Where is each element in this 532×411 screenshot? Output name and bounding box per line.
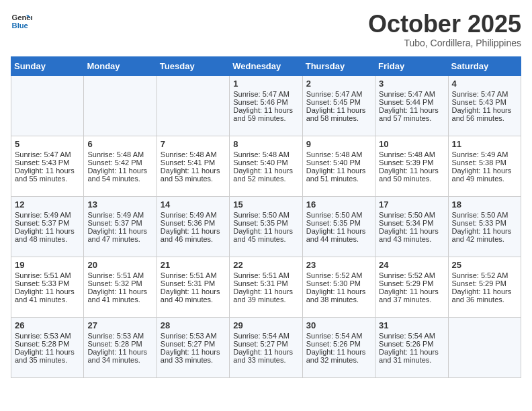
calendar-cell: 19Sunrise: 5:51 AMSunset: 5:33 PMDayligh… xyxy=(11,257,84,317)
weekday-header-sunday: Sunday xyxy=(11,56,84,75)
day-number: 8 xyxy=(233,139,298,149)
cell-info: Daylight: 11 hours and 41 minutes. xyxy=(87,287,152,304)
cell-info: Sunset: 5:33 PM xyxy=(15,279,80,287)
cell-info: Daylight: 11 hours and 34 minutes. xyxy=(87,348,152,364)
cell-info: Sunrise: 5:50 AM xyxy=(306,211,371,219)
cell-info: Daylight: 11 hours and 37 minutes. xyxy=(379,287,444,304)
month-title: October 2025 xyxy=(368,11,521,38)
calendar-cell: 9Sunrise: 5:48 AMSunset: 5:40 PMDaylight… xyxy=(302,136,375,196)
cell-info: Sunrise: 5:47 AM xyxy=(306,90,371,98)
week-row-3: 12Sunrise: 5:49 AMSunset: 5:37 PMDayligh… xyxy=(11,196,521,257)
day-number: 23 xyxy=(306,260,371,270)
cell-info: Sunrise: 5:53 AM xyxy=(161,332,226,340)
day-number: 11 xyxy=(452,139,517,149)
cell-info: Sunset: 5:33 PM xyxy=(452,219,517,227)
cell-info: Sunrise: 5:47 AM xyxy=(15,150,80,158)
calendar-cell: 20Sunrise: 5:51 AMSunset: 5:32 PMDayligh… xyxy=(84,257,157,317)
cell-info: Daylight: 11 hours and 47 minutes. xyxy=(87,227,152,243)
cell-info: Sunrise: 5:54 AM xyxy=(306,332,371,340)
cell-info: Sunrise: 5:48 AM xyxy=(161,150,226,158)
cell-info: Sunrise: 5:50 AM xyxy=(452,211,517,219)
cell-info: Daylight: 11 hours and 48 minutes. xyxy=(15,227,80,243)
cell-info: Sunrise: 5:52 AM xyxy=(306,271,371,279)
day-number: 19 xyxy=(15,260,80,270)
calendar-cell: 7Sunrise: 5:48 AMSunset: 5:41 PMDaylight… xyxy=(157,136,229,196)
cell-info: Sunset: 5:39 PM xyxy=(379,158,444,167)
cell-info: Sunset: 5:45 PM xyxy=(306,98,371,106)
svg-text:Blue: Blue xyxy=(12,21,28,30)
cell-info: Sunrise: 5:51 AM xyxy=(161,271,226,279)
week-row-2: 5Sunrise: 5:47 AMSunset: 5:43 PMDaylight… xyxy=(11,136,521,196)
calendar-cell: 10Sunrise: 5:48 AMSunset: 5:39 PMDayligh… xyxy=(375,136,448,196)
day-number: 9 xyxy=(306,139,371,149)
cell-info: Sunrise: 5:47 AM xyxy=(233,90,298,98)
cell-info: Sunset: 5:34 PM xyxy=(379,219,444,227)
cell-info: Sunset: 5:40 PM xyxy=(306,158,371,167)
cell-info: Daylight: 11 hours and 38 minutes. xyxy=(306,287,371,304)
day-number: 10 xyxy=(379,139,444,149)
cell-info: Sunset: 5:41 PM xyxy=(161,158,226,167)
cell-info: Sunset: 5:27 PM xyxy=(161,340,226,348)
day-number: 16 xyxy=(306,199,371,210)
day-number: 4 xyxy=(452,79,517,89)
calendar-cell: 28Sunrise: 5:53 AMSunset: 5:27 PMDayligh… xyxy=(157,317,229,377)
calendar-cell: 2Sunrise: 5:47 AMSunset: 5:45 PMDaylight… xyxy=(302,75,375,136)
calendar-cell: 4Sunrise: 5:47 AMSunset: 5:43 PMDaylight… xyxy=(448,75,521,136)
day-number: 14 xyxy=(161,199,226,210)
cell-info: Daylight: 11 hours and 41 minutes. xyxy=(15,287,80,304)
cell-info: Sunset: 5:32 PM xyxy=(87,279,152,287)
calendar-cell xyxy=(448,317,521,377)
cell-info: Sunrise: 5:51 AM xyxy=(233,271,298,279)
day-number: 21 xyxy=(161,260,226,270)
cell-info: Daylight: 11 hours and 42 minutes. xyxy=(452,227,517,243)
cell-info: Sunrise: 5:52 AM xyxy=(452,271,517,279)
cell-info: Sunrise: 5:52 AM xyxy=(379,271,444,279)
day-number: 15 xyxy=(233,199,298,210)
cell-info: Sunset: 5:29 PM xyxy=(379,279,444,287)
cell-info: Sunset: 5:31 PM xyxy=(161,279,226,287)
calendar-cell: 12Sunrise: 5:49 AMSunset: 5:37 PMDayligh… xyxy=(11,196,84,257)
cell-info: Sunset: 5:44 PM xyxy=(379,98,444,106)
cell-info: Sunset: 5:37 PM xyxy=(87,219,152,227)
cell-info: Daylight: 11 hours and 58 minutes. xyxy=(306,106,371,122)
location: Tubo, Cordillera, Philippines xyxy=(368,38,521,48)
calendar-cell: 16Sunrise: 5:50 AMSunset: 5:35 PMDayligh… xyxy=(302,196,375,257)
calendar-cell: 8Sunrise: 5:48 AMSunset: 5:40 PMDaylight… xyxy=(230,136,302,196)
calendar-cell: 14Sunrise: 5:49 AMSunset: 5:36 PMDayligh… xyxy=(157,196,229,257)
calendar-cell: 23Sunrise: 5:52 AMSunset: 5:30 PMDayligh… xyxy=(302,257,375,317)
calendar-cell: 24Sunrise: 5:52 AMSunset: 5:29 PMDayligh… xyxy=(375,257,448,317)
day-number: 12 xyxy=(15,199,80,210)
day-number: 17 xyxy=(379,199,444,210)
day-number: 7 xyxy=(161,139,226,149)
cell-info: Sunrise: 5:48 AM xyxy=(87,150,152,158)
day-number: 6 xyxy=(87,139,152,149)
cell-info: Sunrise: 5:53 AM xyxy=(87,332,152,340)
weekday-header-tuesday: Tuesday xyxy=(157,56,229,75)
cell-info: Sunset: 5:28 PM xyxy=(87,340,152,348)
cell-info: Daylight: 11 hours and 31 minutes. xyxy=(379,348,444,364)
day-number: 24 xyxy=(379,260,444,270)
svg-text:General: General xyxy=(12,13,32,21)
cell-info: Sunrise: 5:48 AM xyxy=(306,150,371,158)
week-row-1: 1Sunrise: 5:47 AMSunset: 5:46 PMDaylight… xyxy=(11,75,521,136)
cell-info: Sunset: 5:26 PM xyxy=(306,340,371,348)
cell-info: Sunset: 5:26 PM xyxy=(379,340,444,348)
calendar-cell: 25Sunrise: 5:52 AMSunset: 5:29 PMDayligh… xyxy=(448,257,521,317)
weekday-header-wednesday: Wednesday xyxy=(230,56,302,75)
title-block: October 2025 Tubo, Cordillera, Philippin… xyxy=(368,11,521,48)
cell-info: Sunset: 5:40 PM xyxy=(233,158,298,167)
cell-info: Sunrise: 5:53 AM xyxy=(15,332,80,340)
calendar-cell: 30Sunrise: 5:54 AMSunset: 5:26 PMDayligh… xyxy=(302,317,375,377)
cell-info: Sunrise: 5:47 AM xyxy=(452,90,517,98)
cell-info: Daylight: 11 hours and 32 minutes. xyxy=(306,348,371,364)
day-number: 25 xyxy=(452,260,517,270)
cell-info: Sunset: 5:36 PM xyxy=(161,219,226,227)
calendar-cell: 11Sunrise: 5:49 AMSunset: 5:38 PMDayligh… xyxy=(448,136,521,196)
weekday-header-saturday: Saturday xyxy=(448,56,521,75)
cell-info: Sunrise: 5:51 AM xyxy=(87,271,152,279)
day-number: 18 xyxy=(452,199,517,210)
calendar-cell: 29Sunrise: 5:54 AMSunset: 5:27 PMDayligh… xyxy=(230,317,302,377)
calendar-cell: 22Sunrise: 5:51 AMSunset: 5:31 PMDayligh… xyxy=(230,257,302,317)
calendar-cell: 6Sunrise: 5:48 AMSunset: 5:42 PMDaylight… xyxy=(84,136,157,196)
cell-info: Sunrise: 5:49 AM xyxy=(87,211,152,219)
